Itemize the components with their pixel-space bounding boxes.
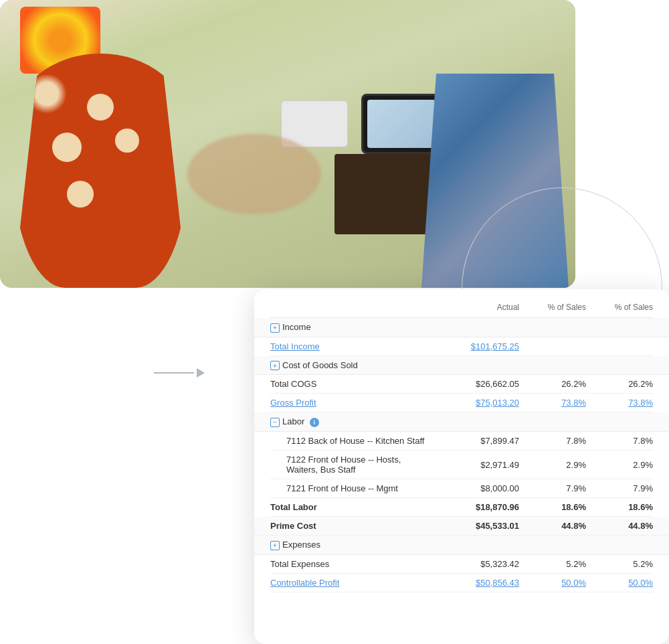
handshake-area	[187, 134, 321, 214]
total-cogs-label: Total COGS	[270, 379, 432, 389]
total-income-actual[interactable]: $101,675.25	[432, 341, 519, 351]
arrow-head	[197, 368, 205, 378]
kitchen-staff-label: 7112 Back of House -- Kitchen Staff	[270, 436, 432, 446]
prime-cost-row: Prime Cost $45,533.01 44.8% 44.8%	[254, 517, 669, 536]
arrow-indicator	[154, 368, 205, 378]
labor-collapse-icon[interactable]: −	[270, 418, 280, 427]
total-labor-pct2: 18.6%	[586, 502, 653, 512]
gross-profit-actual[interactable]: $75,013.20	[432, 398, 519, 408]
labor-label: −Labor i	[270, 416, 432, 427]
income-section-header: +Income	[254, 318, 669, 337]
expenses-expand-icon[interactable]: +	[270, 541, 280, 550]
kitchen-staff-pct1: 7.8%	[519, 436, 586, 446]
controllable-profit-pct2[interactable]: 50.0%	[586, 578, 653, 588]
total-income-row: Total Income $101,675.25	[270, 337, 653, 356]
front-house-mgmt-label: 7121 Front of House -- Mgmt	[270, 483, 432, 493]
total-expenses-pct2: 5.2%	[586, 559, 653, 569]
front-house-mgmt-pct1: 7.9%	[519, 483, 586, 493]
table-body: +Income Total Income $101,675.25 +C	[270, 318, 653, 592]
col-label-header	[270, 303, 432, 312]
labor-info-icon[interactable]: i	[310, 418, 319, 427]
total-cogs-actual: $26,662.05	[432, 379, 519, 389]
front-house-mgmt-actual: $8,000.00	[432, 483, 519, 493]
prime-cost-pct2: 44.8%	[586, 521, 653, 531]
kitchen-staff-row: 7112 Back of House -- Kitchen Staff $7,8…	[270, 432, 653, 451]
total-labor-row: Total Labor $18,870.96 18.6% 18.6%	[270, 498, 653, 517]
total-labor-actual: $18,870.96	[432, 502, 519, 512]
total-cogs-row: Total COGS $26,662.05 26.2% 26.2%	[270, 375, 653, 394]
total-labor-label: Total Labor	[270, 502, 432, 512]
gross-profit-pct2[interactable]: 73.8%	[586, 398, 653, 408]
front-house-mgmt-row: 7121 Front of House -- Mgmt $8,000.00 7.…	[270, 479, 653, 498]
front-house-mgmt-pct2: 7.9%	[586, 483, 653, 493]
controllable-profit-label[interactable]: Controllable Profit	[270, 578, 432, 588]
gross-profit-row: Gross Profit $75,013.20 73.8% 73.8%	[270, 394, 653, 412]
prime-cost-label: Prime Cost	[270, 521, 432, 531]
woman-figure	[13, 54, 187, 288]
total-labor-pct1: 18.6%	[519, 502, 586, 512]
total-expenses-pct1: 5.2%	[519, 559, 586, 569]
gross-profit-pct1[interactable]: 73.8%	[519, 398, 586, 408]
front-house-hosts-actual: $2,971.49	[432, 460, 519, 470]
total-cogs-pct2: 26.2%	[586, 379, 653, 389]
front-house-hosts-label: 7122 Front of House -- Hosts, Waiters, B…	[270, 455, 432, 475]
cogs-label: +Cost of Goods Sold	[270, 360, 432, 371]
prime-cost-pct1: 44.8%	[519, 521, 586, 531]
cogs-section-header: +Cost of Goods Sold	[254, 356, 669, 376]
controllable-profit-actual[interactable]: $50,856.43	[432, 578, 519, 588]
expenses-label: +Expenses	[270, 540, 432, 550]
page-wrapper: Actual % of Sales % of Sales +Income T	[0, 0, 669, 644]
gross-profit-label[interactable]: Gross Profit	[270, 398, 432, 408]
financial-card: Actual % of Sales % of Sales +Income T	[254, 289, 669, 644]
kitchen-staff-actual: $7,899.47	[432, 436, 519, 446]
front-house-hosts-pct2: 2.9%	[586, 460, 653, 470]
front-house-hosts-row: 7122 Front of House -- Hosts, Waiters, B…	[270, 451, 653, 479]
front-house-hosts-pct1: 2.9%	[519, 460, 586, 470]
total-income-label[interactable]: Total Income	[270, 341, 432, 351]
table-container: Actual % of Sales % of Sales +Income T	[254, 289, 669, 644]
total-expenses-actual: $5,323.42	[432, 559, 519, 569]
col-actual-header: Actual	[432, 303, 519, 312]
total-expenses-row: Total Expenses $5,323.42 5.2% 5.2%	[270, 555, 653, 574]
labor-section-header: −Labor i	[254, 412, 669, 432]
monitor-object	[361, 94, 442, 154]
total-expenses-label: Total Expenses	[270, 559, 432, 569]
controllable-profit-pct1[interactable]: 50.0%	[519, 578, 586, 588]
controllable-profit-row: Controllable Profit $50,856.43 50.0% 50.…	[270, 574, 653, 592]
kitchen-staff-pct2: 7.8%	[586, 436, 653, 446]
expenses-section-header: +Expenses	[254, 536, 669, 555]
income-expand-icon[interactable]: +	[270, 323, 280, 333]
col-pct1-header: % of Sales	[519, 303, 586, 312]
arrow-line	[154, 372, 194, 374]
col-pct2-header: % of Sales	[586, 303, 653, 312]
table-header: Actual % of Sales % of Sales	[270, 303, 653, 318]
cogs-expand-icon[interactable]: +	[270, 361, 280, 370]
total-cogs-pct1: 26.2%	[519, 379, 586, 389]
income-label: +Income	[270, 322, 432, 333]
prime-cost-actual: $45,533.01	[432, 521, 519, 531]
